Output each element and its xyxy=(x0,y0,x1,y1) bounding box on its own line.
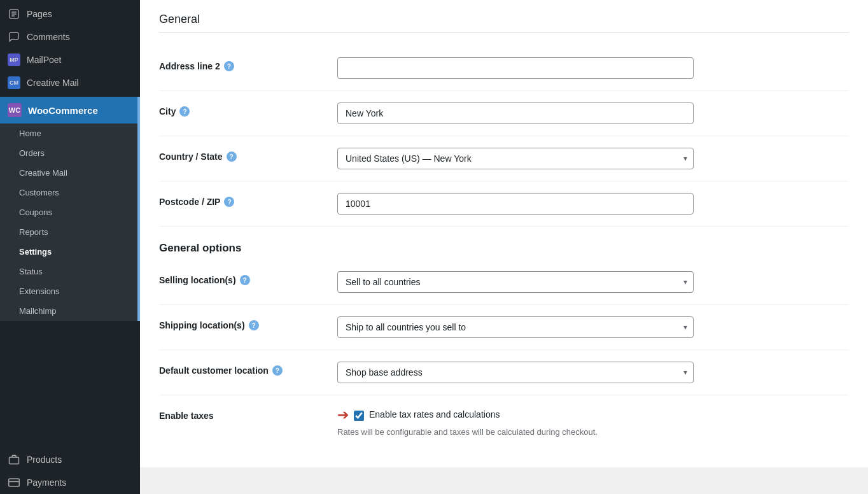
default-customer-location-select-wrap: Shop base address No location by default… xyxy=(337,362,694,383)
sidebar-item-products[interactable]: Products xyxy=(0,448,140,471)
sidebar-item-home[interactable]: Home xyxy=(0,123,140,143)
enable-taxes-label[interactable]: Enable tax rates and calculations xyxy=(369,409,500,420)
general-options-heading: General options xyxy=(159,227,849,260)
sidebar-item-customers[interactable]: Customers xyxy=(0,183,140,202)
city-input[interactable] xyxy=(337,102,694,124)
help-icon-postcode[interactable]: ? xyxy=(224,197,234,207)
sidebar-item-extensions[interactable]: Extensions xyxy=(0,281,140,301)
input-cell-postcode xyxy=(337,193,849,215)
settings-form: General Address line 2 ? City ? Coun xyxy=(140,0,868,467)
enable-taxes-help-text: Rates will be configurable and taxes wil… xyxy=(337,427,706,437)
red-arrow-icon: ➔ xyxy=(337,407,349,423)
label-selling-locations: Selling location(s) ? xyxy=(159,271,337,285)
help-icon-default-customer-location[interactable]: ? xyxy=(272,365,283,376)
sidebar-item-mailchimp[interactable]: Mailchimp xyxy=(0,301,140,321)
main-content: General Address line 2 ? City ? Coun xyxy=(140,0,868,494)
label-default-customer-location: Default customer location ? xyxy=(159,362,337,376)
sidebar-item-comments-label: Comments xyxy=(27,32,70,42)
enable-taxes-checkbox-row: Enable tax rates and calculations xyxy=(354,409,500,421)
sidebar-item-payments-label: Payments xyxy=(27,477,66,488)
input-cell-address-line-2 xyxy=(337,57,849,79)
creative-mail-icon: CM xyxy=(8,76,20,89)
help-icon-shipping-locations[interactable]: ? xyxy=(249,320,259,330)
shipping-locations-select-wrap: Ship to all countries you sell to Ship t… xyxy=(337,316,694,338)
sidebar: Pages Comments MP MailPoet CM Creative M… xyxy=(0,0,140,494)
woocommerce-label: WooCommerce xyxy=(28,105,98,116)
woocommerce-header[interactable]: WC WooCommerce xyxy=(0,97,140,123)
enable-taxes-annotation: ➔ Enable tax rates and calculations xyxy=(337,407,849,423)
form-row-default-customer-location: Default customer location ? Shop base ad… xyxy=(159,350,849,395)
form-row-city: City ? xyxy=(159,91,849,136)
comments-icon xyxy=(8,31,20,43)
sidebar-item-mailpoet[interactable]: MP MailPoet xyxy=(0,48,140,71)
sidebar-item-status[interactable]: Status xyxy=(0,262,140,281)
form-row-shipping-locations: Shipping location(s) ? Ship to all count… xyxy=(159,305,849,350)
selling-locations-select[interactable]: Sell to all countries Sell to specific c… xyxy=(337,271,694,293)
woocommerce-submenu: Home Orders Creative Mail Customers Coup… xyxy=(0,123,140,321)
sidebar-item-woo-creative-mail[interactable]: Creative Mail xyxy=(0,163,140,183)
svg-rect-4 xyxy=(10,457,19,464)
sidebar-item-payments[interactable]: Payments xyxy=(0,471,140,494)
sidebar-item-products-label: Products xyxy=(27,455,62,465)
shipping-locations-select[interactable]: Ship to all countries you sell to Ship t… xyxy=(337,316,694,338)
pages-icon xyxy=(8,8,20,20)
label-enable-taxes: Enable taxes xyxy=(159,407,337,421)
sidebar-top-section: Pages Comments MP MailPoet CM Creative M… xyxy=(0,0,140,97)
sidebar-item-creative-mail[interactable]: CM Creative Mail xyxy=(0,71,140,94)
sidebar-item-settings[interactable]: Settings xyxy=(0,242,140,262)
help-icon-city[interactable]: ? xyxy=(179,106,190,116)
form-row-postcode: Postcode / ZIP ? xyxy=(159,181,849,227)
label-address-line-2: Address line 2 ? xyxy=(159,57,337,71)
woocommerce-icon: WC xyxy=(8,103,22,117)
woocommerce-menu: WC WooCommerce Home Orders Creative Mail… xyxy=(0,97,140,321)
help-icon-address-line-2[interactable]: ? xyxy=(224,61,234,71)
label-shipping-locations: Shipping location(s) ? xyxy=(159,316,337,330)
input-cell-city xyxy=(337,102,849,124)
postcode-input[interactable] xyxy=(337,193,694,215)
label-postcode: Postcode / ZIP ? xyxy=(159,193,337,207)
label-country-state: Country / State ? xyxy=(159,148,337,162)
sidebar-item-comments[interactable]: Comments xyxy=(0,25,140,48)
default-customer-location-select[interactable]: Shop base address No location by default… xyxy=(337,362,694,383)
form-row-address-line-2: Address line 2 ? xyxy=(159,46,849,91)
form-row-selling-locations: Selling location(s) ? Sell to all countr… xyxy=(159,260,849,305)
form-row-enable-taxes: Enable taxes ➔ Enable tax rates and calc… xyxy=(159,395,849,448)
sidebar-item-coupons[interactable]: Coupons xyxy=(0,202,140,222)
sidebar-item-orders[interactable]: Orders xyxy=(0,143,140,163)
enable-taxes-checkbox[interactable] xyxy=(354,411,364,421)
input-cell-default-customer-location: Shop base address No location by default… xyxy=(337,362,849,383)
form-row-country-state: Country / State ? United States (US) — N… xyxy=(159,136,849,181)
payments-icon xyxy=(8,476,20,489)
page-section-title: General xyxy=(159,13,849,33)
input-cell-selling-locations: Sell to all countries Sell to specific c… xyxy=(337,271,849,293)
products-icon xyxy=(8,453,20,466)
svg-rect-5 xyxy=(9,479,20,486)
sidebar-item-pages[interactable]: Pages xyxy=(0,3,140,25)
input-cell-enable-taxes: ➔ Enable tax rates and calculations Rate… xyxy=(337,407,849,437)
help-icon-country-state[interactable]: ? xyxy=(227,152,237,162)
selling-locations-select-wrap: Sell to all countries Sell to specific c… xyxy=(337,271,694,293)
address-line-2-input[interactable] xyxy=(337,57,694,79)
input-cell-shipping-locations: Ship to all countries you sell to Ship t… xyxy=(337,316,849,338)
sidebar-item-pages-label: Pages xyxy=(27,9,52,19)
country-state-select[interactable]: United States (US) — New York United Sta… xyxy=(337,148,694,169)
sidebar-item-mailpoet-label: MailPoet xyxy=(27,55,61,65)
label-city: City ? xyxy=(159,102,337,116)
sidebar-item-creative-mail-label: Creative Mail xyxy=(27,78,79,88)
help-icon-selling-locations[interactable]: ? xyxy=(240,275,250,285)
mailpoet-icon: MP xyxy=(8,53,20,66)
country-state-select-wrap: United States (US) — New York United Sta… xyxy=(337,148,694,169)
sidebar-item-reports[interactable]: Reports xyxy=(0,222,140,242)
input-cell-country-state: United States (US) — New York United Sta… xyxy=(337,148,849,169)
